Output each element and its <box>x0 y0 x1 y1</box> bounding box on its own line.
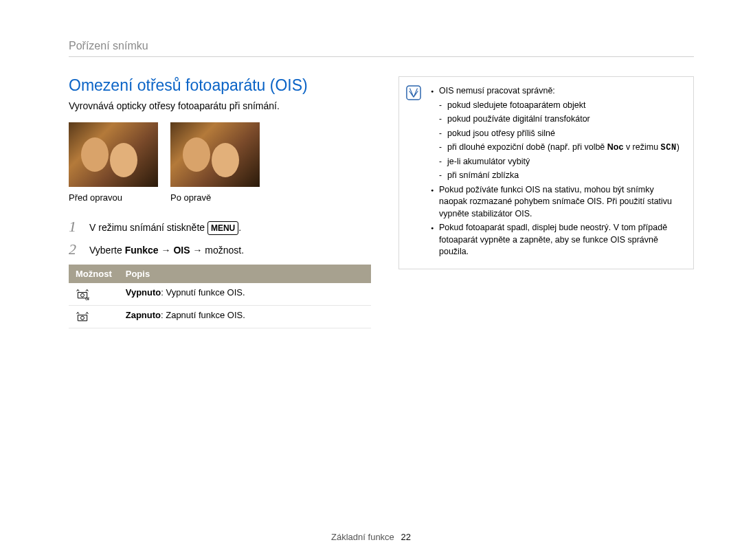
note-sub-1: pokud používáte digitální transfokátor <box>439 113 684 126</box>
table-header-option: Možnost <box>69 265 119 283</box>
svg-point-2 <box>81 316 85 320</box>
note-sub-5: při snímání zblízka <box>439 170 684 182</box>
footer-page-number: 22 <box>401 532 410 542</box>
note-sub-3-prefix: při dlouhé expoziční době (např. při vol… <box>447 142 607 152</box>
sample-image-after <box>170 122 260 187</box>
right-column: OIS nemusí pracovat správně: pokud sledu… <box>398 76 694 328</box>
note-sub-2: pokud jsou otřesy příliš silné <box>439 128 684 140</box>
note-sub-0: pokud sledujete fotoaparátem objekt <box>439 100 684 112</box>
note-sub-3-bold: Noc <box>607 142 624 152</box>
svg-rect-3 <box>407 86 420 100</box>
caption-after: Po opravě <box>170 192 260 203</box>
footer-section: Základní funkce <box>331 532 394 542</box>
note-sub-3-suffix: ) <box>677 142 679 152</box>
scn-mode-label: SCN <box>661 143 677 153</box>
breadcrumb: Pořízení snímku <box>69 40 694 57</box>
svg-point-0 <box>81 293 85 297</box>
step-2-part-3: OIS <box>173 245 190 256</box>
table-row: OFF Vypnuto: Vypnutí funkce OIS. <box>69 283 371 306</box>
note-item-0: OIS nemusí pracovat správně: pokud sledu… <box>431 85 684 182</box>
step-2: 2 Vyberte Funkce → OIS → možnost. <box>69 242 371 258</box>
step-number: 1 <box>69 219 81 234</box>
page-subtitle: Vyrovnává opticky otřesy fotoaparátu při… <box>69 100 371 111</box>
note-item-1: Pokud požíváte funkci OIS na stativu, mo… <box>431 184 684 221</box>
note-item-2: Pokud fotoaparát spadl, displej bude neo… <box>431 222 684 258</box>
menu-button-label: MENU <box>207 221 238 235</box>
step-number: 2 <box>69 242 81 257</box>
row-1-desc: : Zapnutí funkce OIS. <box>161 310 245 320</box>
note-item-0-text: OIS nemusí pracovat správně: <box>439 86 555 96</box>
ois-on-icon <box>76 310 112 324</box>
step-1-suffix: . <box>238 222 241 233</box>
sample-image-pair <box>69 122 371 187</box>
sample-image-before <box>69 122 158 187</box>
step-2-part-2: → <box>159 245 174 256</box>
note-sub-3-middle: v režimu <box>623 142 660 152</box>
page-footer: Základní funkce 22 <box>0 532 742 542</box>
table-row: Zapnuto: Zapnutí funkce OIS. <box>69 306 371 328</box>
step-2-part-4: → možnost. <box>190 245 245 256</box>
step-1-prefix: V režimu snímání stiskněte <box>89 222 207 233</box>
step-1: 1 V režimu snímání stiskněte MENU. <box>69 219 371 235</box>
step-2-part-0: Vyberte <box>89 245 125 256</box>
row-1-term: Zapnuto <box>126 310 161 320</box>
step-2-part-1: Funkce <box>125 245 159 256</box>
svg-text:OFF: OFF <box>85 297 89 301</box>
note-box: OIS nemusí pracovat správně: pokud sledu… <box>398 76 694 269</box>
table-header-desc: Popis <box>119 265 371 283</box>
note-icon <box>406 85 421 100</box>
caption-before: Před opravou <box>69 192 158 203</box>
note-sub-3: při dlouhé expoziční době (např. při vol… <box>439 142 684 154</box>
options-table: Možnost Popis OFF Vypnuto: Vypnutí funkc… <box>69 265 371 328</box>
row-0-desc: : Vypnutí funkce OIS. <box>161 287 245 298</box>
ois-off-icon: OFF <box>76 287 112 301</box>
page-title: Omezení otřesů fotoaparátu (OIS) <box>69 76 371 95</box>
note-sub-4: je-li akumulátor vybitý <box>439 156 684 168</box>
left-column: Omezení otřesů fotoaparátu (OIS) Vyrovná… <box>69 76 371 328</box>
row-0-term: Vypnuto <box>126 287 161 298</box>
